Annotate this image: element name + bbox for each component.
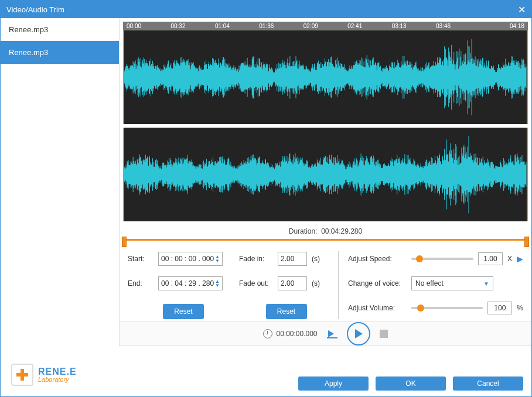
stop-button[interactable] (380, 330, 388, 338)
preview-speed-icon[interactable]: ▶ (517, 254, 523, 263)
sidebar-item[interactable]: Renee.mp3 (1, 41, 119, 64)
start-time-input[interactable]: 00 : 00 : 00 . 000 ▲▼ (158, 252, 223, 266)
spinner-icon[interactable]: ▲▼ (215, 255, 220, 263)
logo-icon (11, 364, 33, 386)
fadein-label: Fade in: (239, 255, 273, 263)
cancel-button[interactable]: Cancel (453, 377, 523, 391)
waveform-top[interactable] (123, 30, 528, 124)
end-label: End: (128, 279, 154, 288)
speed-value-input[interactable]: 1.00 (478, 252, 503, 265)
volume-label: Adjust Volume: (348, 304, 407, 312)
speed-slider[interactable] (411, 258, 473, 260)
set-mark-icon[interactable] (327, 329, 337, 338)
slider-thumb[interactable] (417, 304, 424, 312)
trim-handle-right[interactable] (524, 237, 529, 247)
end-time-input[interactable]: 00 : 04 : 29 . 280 ▲▼ (158, 276, 223, 290)
spinner-icon[interactable]: ▲▼ (215, 279, 220, 288)
duration-label: Duration: 00:04:29.280 (120, 221, 531, 239)
start-label: Start: (128, 255, 154, 263)
volume-value-input[interactable]: 100 (487, 302, 512, 314)
fadeout-label: Fade out: (239, 279, 273, 288)
chevron-down-icon: ▼ (483, 280, 489, 287)
clock-icon (263, 329, 272, 338)
fadeout-input[interactable]: 2.00 (278, 276, 307, 290)
window-title: Video/Audio Trim (6, 5, 64, 14)
titlebar: Video/Audio Trim ✕ (1, 1, 531, 18)
timeline-ruler: 00:00 00:32 01:04 01:36 02:09 02:41 03:1… (123, 22, 528, 30)
play-button[interactable] (347, 322, 370, 345)
playback-time: 00:00:00.000 (276, 330, 317, 338)
waveform-bottom[interactable] (123, 128, 528, 221)
playback-bar: 00:00:00.000 (120, 321, 531, 346)
voice-label: Change of voice: (348, 279, 407, 288)
ok-button[interactable]: OK (376, 377, 446, 391)
trim-range-bar[interactable] (123, 239, 528, 241)
close-icon[interactable]: ✕ (518, 4, 526, 15)
reset-fade-button[interactable]: Reset (266, 304, 307, 319)
svg-rect-0 (327, 337, 337, 338)
reset-time-button[interactable]: Reset (163, 304, 204, 319)
trim-handle-left[interactable] (122, 237, 127, 247)
apply-button[interactable]: Apply (298, 377, 369, 391)
slider-thumb[interactable] (416, 255, 423, 262)
speed-label: Adjust Speed: (348, 255, 407, 263)
footer: RENE.E Laboratory Apply OK Cancel (1, 346, 531, 396)
fadein-input[interactable]: 2.00 (278, 252, 307, 266)
voice-select[interactable]: No effect ▼ (411, 276, 493, 290)
brand-logo: RENE.E Laboratory (11, 364, 77, 386)
volume-slider[interactable] (411, 307, 483, 309)
sidebar-item[interactable]: Renee.mp3 (1, 18, 119, 41)
file-list: Renee.mp3 Renee.mp3 (1, 18, 120, 346)
